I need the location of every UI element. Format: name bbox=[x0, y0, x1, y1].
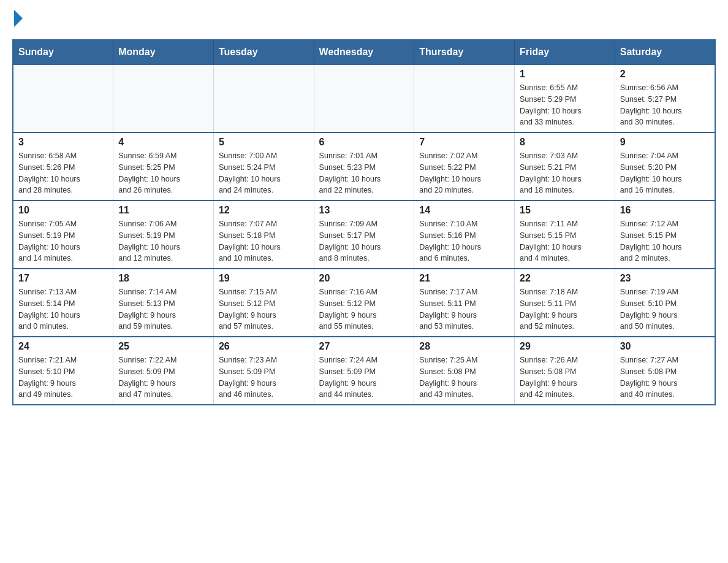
day-of-week-header: Wednesday bbox=[314, 40, 414, 64]
day-of-week-header: Friday bbox=[515, 40, 615, 64]
calendar-cell: 24Sunrise: 7:21 AM Sunset: 5:10 PM Dayli… bbox=[13, 337, 113, 405]
day-number: 23 bbox=[620, 273, 710, 284]
calendar-cell: 21Sunrise: 7:17 AM Sunset: 5:11 PM Dayli… bbox=[414, 269, 515, 337]
calendar-cell: 5Sunrise: 7:00 AM Sunset: 5:24 PM Daylig… bbox=[213, 132, 314, 201]
day-info: Sunrise: 6:56 AM Sunset: 5:27 PM Dayligh… bbox=[620, 82, 710, 128]
day-number: 3 bbox=[18, 137, 108, 148]
day-number: 1 bbox=[520, 69, 610, 80]
calendar-cell: 10Sunrise: 7:05 AM Sunset: 5:19 PM Dayli… bbox=[13, 201, 113, 269]
day-info: Sunrise: 7:22 AM Sunset: 5:09 PM Dayligh… bbox=[118, 354, 208, 400]
calendar-cell: 23Sunrise: 7:19 AM Sunset: 5:10 PM Dayli… bbox=[615, 269, 715, 337]
day-number: 2 bbox=[620, 69, 710, 80]
day-info: Sunrise: 7:04 AM Sunset: 5:20 PM Dayligh… bbox=[620, 150, 710, 196]
day-number: 18 bbox=[118, 273, 208, 284]
day-number: 25 bbox=[118, 341, 208, 352]
calendar-cell: 28Sunrise: 7:25 AM Sunset: 5:08 PM Dayli… bbox=[414, 337, 515, 405]
day-info: Sunrise: 7:10 AM Sunset: 5:16 PM Dayligh… bbox=[419, 218, 509, 264]
day-info: Sunrise: 7:16 AM Sunset: 5:12 PM Dayligh… bbox=[319, 286, 409, 332]
calendar-table: SundayMondayTuesdayWednesdayThursdayFrid… bbox=[12, 39, 716, 405]
day-number: 7 bbox=[419, 137, 509, 148]
calendar-cell: 30Sunrise: 7:27 AM Sunset: 5:08 PM Dayli… bbox=[615, 337, 715, 405]
day-of-week-header: Sunday bbox=[13, 40, 113, 64]
calendar-cell: 14Sunrise: 7:10 AM Sunset: 5:16 PM Dayli… bbox=[414, 201, 515, 269]
day-info: Sunrise: 7:09 AM Sunset: 5:17 PM Dayligh… bbox=[319, 218, 409, 264]
day-number: 4 bbox=[118, 137, 208, 148]
calendar-cell: 25Sunrise: 7:22 AM Sunset: 5:09 PM Dayli… bbox=[113, 337, 214, 405]
day-number: 20 bbox=[319, 273, 409, 284]
day-number: 9 bbox=[620, 137, 710, 148]
calendar-week-row: 17Sunrise: 7:13 AM Sunset: 5:14 PM Dayli… bbox=[13, 269, 715, 337]
day-info: Sunrise: 7:27 AM Sunset: 5:08 PM Dayligh… bbox=[620, 354, 710, 400]
day-info: Sunrise: 7:01 AM Sunset: 5:23 PM Dayligh… bbox=[319, 150, 409, 196]
calendar-cell: 11Sunrise: 7:06 AM Sunset: 5:19 PM Dayli… bbox=[113, 201, 214, 269]
calendar-cell: 29Sunrise: 7:26 AM Sunset: 5:08 PM Dayli… bbox=[515, 337, 615, 405]
calendar-cell: 18Sunrise: 7:14 AM Sunset: 5:13 PM Dayli… bbox=[113, 269, 214, 337]
day-info: Sunrise: 7:03 AM Sunset: 5:21 PM Dayligh… bbox=[520, 150, 610, 196]
calendar-cell: 13Sunrise: 7:09 AM Sunset: 5:17 PM Dayli… bbox=[314, 201, 414, 269]
day-info: Sunrise: 7:26 AM Sunset: 5:08 PM Dayligh… bbox=[520, 354, 610, 400]
day-number: 14 bbox=[419, 205, 509, 216]
calendar-cell: 9Sunrise: 7:04 AM Sunset: 5:20 PM Daylig… bbox=[615, 132, 715, 201]
day-number: 26 bbox=[219, 341, 309, 352]
calendar-week-row: 24Sunrise: 7:21 AM Sunset: 5:10 PM Dayli… bbox=[13, 337, 715, 405]
day-number: 24 bbox=[18, 341, 108, 352]
day-number: 30 bbox=[620, 341, 710, 352]
calendar-cell: 2Sunrise: 6:56 AM Sunset: 5:27 PM Daylig… bbox=[615, 64, 715, 132]
day-info: Sunrise: 7:05 AM Sunset: 5:19 PM Dayligh… bbox=[18, 218, 108, 264]
day-number: 16 bbox=[620, 205, 710, 216]
day-info: Sunrise: 7:24 AM Sunset: 5:09 PM Dayligh… bbox=[319, 354, 409, 400]
calendar-cell: 12Sunrise: 7:07 AM Sunset: 5:18 PM Dayli… bbox=[213, 201, 314, 269]
day-info: Sunrise: 7:25 AM Sunset: 5:08 PM Dayligh… bbox=[419, 354, 509, 400]
calendar-cell: 8Sunrise: 7:03 AM Sunset: 5:21 PM Daylig… bbox=[515, 132, 615, 201]
day-info: Sunrise: 7:21 AM Sunset: 5:10 PM Dayligh… bbox=[18, 354, 108, 400]
day-info: Sunrise: 7:14 AM Sunset: 5:13 PM Dayligh… bbox=[118, 286, 208, 332]
calendar-cell: 6Sunrise: 7:01 AM Sunset: 5:23 PM Daylig… bbox=[314, 132, 414, 201]
day-of-week-header: Saturday bbox=[615, 40, 715, 64]
day-of-week-header: Monday bbox=[113, 40, 214, 64]
day-info: Sunrise: 7:11 AM Sunset: 5:15 PM Dayligh… bbox=[520, 218, 610, 264]
day-number: 29 bbox=[520, 341, 610, 352]
day-info: Sunrise: 7:02 AM Sunset: 5:22 PM Dayligh… bbox=[419, 150, 509, 196]
calendar-cell: 22Sunrise: 7:18 AM Sunset: 5:11 PM Dayli… bbox=[515, 269, 615, 337]
calendar-cell: 7Sunrise: 7:02 AM Sunset: 5:22 PM Daylig… bbox=[414, 132, 515, 201]
calendar-cell bbox=[13, 64, 113, 132]
day-number: 8 bbox=[520, 137, 610, 148]
calendar-header-row: SundayMondayTuesdayWednesdayThursdayFrid… bbox=[13, 40, 715, 64]
calendar-cell bbox=[213, 64, 314, 132]
day-number: 21 bbox=[419, 273, 509, 284]
calendar-week-row: 3Sunrise: 6:58 AM Sunset: 5:26 PM Daylig… bbox=[13, 132, 715, 201]
day-number: 11 bbox=[118, 205, 208, 216]
day-number: 28 bbox=[419, 341, 509, 352]
day-number: 5 bbox=[219, 137, 309, 148]
day-info: Sunrise: 7:19 AM Sunset: 5:10 PM Dayligh… bbox=[620, 286, 710, 332]
day-number: 22 bbox=[520, 273, 610, 284]
calendar-cell bbox=[414, 64, 515, 132]
calendar-cell: 26Sunrise: 7:23 AM Sunset: 5:09 PM Dayli… bbox=[213, 337, 314, 405]
calendar-cell: 20Sunrise: 7:16 AM Sunset: 5:12 PM Dayli… bbox=[314, 269, 414, 337]
calendar-week-row: 10Sunrise: 7:05 AM Sunset: 5:19 PM Dayli… bbox=[13, 201, 715, 269]
day-info: Sunrise: 7:18 AM Sunset: 5:11 PM Dayligh… bbox=[520, 286, 610, 332]
day-info: Sunrise: 7:17 AM Sunset: 5:11 PM Dayligh… bbox=[419, 286, 509, 332]
day-info: Sunrise: 7:23 AM Sunset: 5:09 PM Dayligh… bbox=[219, 354, 309, 400]
logo-arrow-icon bbox=[14, 10, 23, 27]
calendar-cell bbox=[113, 64, 214, 132]
day-info: Sunrise: 6:58 AM Sunset: 5:26 PM Dayligh… bbox=[18, 150, 108, 196]
calendar-cell bbox=[314, 64, 414, 132]
calendar-cell: 19Sunrise: 7:15 AM Sunset: 5:12 PM Dayli… bbox=[213, 269, 314, 337]
day-number: 12 bbox=[219, 205, 309, 216]
calendar-cell: 3Sunrise: 6:58 AM Sunset: 5:26 PM Daylig… bbox=[13, 132, 113, 201]
calendar-cell: 1Sunrise: 6:55 AM Sunset: 5:29 PM Daylig… bbox=[515, 64, 615, 132]
day-info: Sunrise: 6:55 AM Sunset: 5:29 PM Dayligh… bbox=[520, 82, 610, 128]
calendar-cell: 17Sunrise: 7:13 AM Sunset: 5:14 PM Dayli… bbox=[13, 269, 113, 337]
calendar-cell: 27Sunrise: 7:24 AM Sunset: 5:09 PM Dayli… bbox=[314, 337, 414, 405]
day-info: Sunrise: 7:13 AM Sunset: 5:14 PM Dayligh… bbox=[18, 286, 108, 332]
day-number: 17 bbox=[18, 273, 108, 284]
logo bbox=[12, 12, 23, 27]
day-number: 13 bbox=[319, 205, 409, 216]
day-number: 19 bbox=[219, 273, 309, 284]
day-info: Sunrise: 7:12 AM Sunset: 5:15 PM Dayligh… bbox=[620, 218, 710, 264]
day-number: 6 bbox=[319, 137, 409, 148]
day-info: Sunrise: 7:06 AM Sunset: 5:19 PM Dayligh… bbox=[118, 218, 208, 264]
day-info: Sunrise: 6:59 AM Sunset: 5:25 PM Dayligh… bbox=[118, 150, 208, 196]
page-header bbox=[12, 12, 716, 27]
